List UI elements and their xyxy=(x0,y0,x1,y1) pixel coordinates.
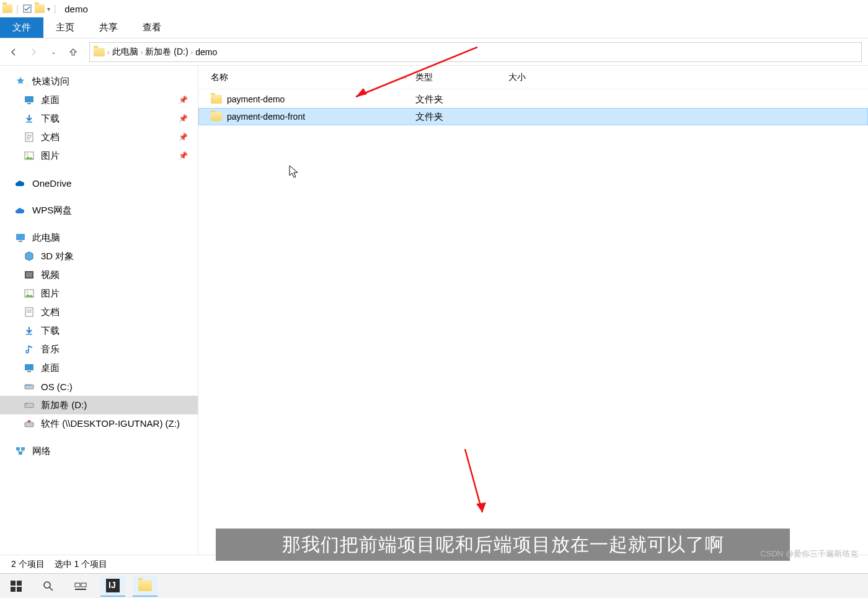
subtitle-caption: 那我们把前端项目呢和后端项目放在一起就可以了啊 xyxy=(216,529,790,561)
folder-icon xyxy=(2,4,12,14)
ribbon-tabs: 文件 主页 共享 查看 xyxy=(0,17,868,38)
tree-wps[interactable]: WPS网盘 xyxy=(0,201,198,220)
svg-rect-25 xyxy=(25,403,27,404)
svg-rect-27 xyxy=(16,447,20,450)
tree-documents[interactable]: 文档 📌 xyxy=(0,128,198,146)
crumb-this-pc[interactable]: 此电脑 xyxy=(112,47,138,58)
tree-drive-z[interactable]: 软件 (\\DESKTOP-IGUTNAR) (Z:) xyxy=(0,414,198,433)
breadcrumb-sep: › xyxy=(107,48,110,56)
tree-videos[interactable]: 视频 xyxy=(0,266,198,284)
status-items-count: 2 个项目 xyxy=(11,559,45,570)
file-list-area: 名称︿ 类型 大小 payment-demo 文件夹 payment-demo-… xyxy=(198,66,868,555)
svg-rect-26 xyxy=(25,422,33,427)
tree-network[interactable]: 网络 xyxy=(0,442,198,460)
up-button[interactable] xyxy=(66,45,81,60)
svg-rect-33 xyxy=(17,587,22,592)
navigation-tree: 快速访问 桌面 📌 下载 📌 文档 📌 图片 📌 OneDrive xyxy=(0,66,198,555)
folder-icon xyxy=(94,47,105,58)
svg-line-35 xyxy=(50,587,53,591)
video-icon xyxy=(24,269,35,280)
file-row[interactable]: payment-demo-front 文件夹 xyxy=(198,108,868,125)
tree-downloads-2[interactable]: 下载 xyxy=(0,321,198,340)
file-name: payment-demo xyxy=(227,94,285,104)
divider: | xyxy=(16,4,19,14)
svg-rect-11 xyxy=(19,241,22,242)
taskbar-intellij[interactable]: IJ xyxy=(100,576,125,597)
desktop-icon xyxy=(24,94,35,105)
file-row[interactable]: payment-demo 文件夹 xyxy=(198,91,868,108)
col-header-type[interactable]: 类型 xyxy=(415,72,508,83)
3d-icon xyxy=(24,251,35,262)
svg-rect-1 xyxy=(25,96,33,102)
tab-file[interactable]: 文件 xyxy=(0,17,43,38)
file-rows: payment-demo 文件夹 payment-demo-front 文件夹 xyxy=(198,89,868,125)
address-bar[interactable]: › 此电脑 › 新加卷 (D:) › demo xyxy=(89,42,862,62)
tree-documents-2[interactable]: 文档 xyxy=(0,303,198,321)
tab-share[interactable]: 共享 xyxy=(87,17,130,38)
sort-asc-icon: ︿ xyxy=(401,73,408,82)
tree-pictures-2[interactable]: 图片 xyxy=(0,284,198,303)
divider: | xyxy=(54,4,56,14)
tab-view[interactable]: 查看 xyxy=(130,17,174,38)
recent-dropdown[interactable]: ⌄ xyxy=(46,45,61,60)
onedrive-icon xyxy=(15,177,26,189)
svg-rect-20 xyxy=(25,364,33,370)
pin-icon: 📌 xyxy=(179,96,188,104)
crumb-drive[interactable]: 新加卷 (D:) xyxy=(145,47,188,58)
file-type: 文件夹 xyxy=(415,111,508,123)
folder-icon xyxy=(211,95,222,104)
star-icon xyxy=(15,76,26,87)
tab-home[interactable]: 主页 xyxy=(43,17,87,38)
download-icon xyxy=(24,325,35,336)
qat-dropdown[interactable]: ▾ xyxy=(47,6,50,12)
task-view-button[interactable] xyxy=(68,576,93,597)
svg-rect-38 xyxy=(75,589,86,590)
start-button[interactable] xyxy=(4,576,29,597)
tree-music[interactable]: 音乐 xyxy=(0,340,198,359)
svg-rect-23 xyxy=(25,385,31,386)
tree-onedrive[interactable]: OneDrive xyxy=(0,174,198,192)
network-icon xyxy=(15,445,26,457)
svg-rect-2 xyxy=(27,103,31,104)
svg-rect-32 xyxy=(11,587,16,592)
drive-icon xyxy=(24,381,35,392)
taskbar-explorer[interactable] xyxy=(133,576,157,597)
folder-icon xyxy=(211,112,222,121)
tree-drive-c[interactable]: OS (C:) xyxy=(0,377,198,396)
tree-desktop-2[interactable]: 桌面 xyxy=(0,359,198,377)
tree-drive-d[interactable]: 新加卷 (D:) xyxy=(0,396,198,414)
tree-quick-access[interactable]: 快速访问 xyxy=(0,72,198,91)
document-icon xyxy=(24,306,35,318)
tree-pictures[interactable]: 图片 📌 xyxy=(0,146,198,165)
svg-rect-31 xyxy=(17,581,22,586)
desktop-icon xyxy=(24,362,35,373)
tree-3d-objects[interactable]: 3D 对象 xyxy=(0,247,198,266)
taskbar: IJ xyxy=(0,573,868,598)
svg-text:IJ: IJ xyxy=(108,580,116,590)
file-name: payment-demo-front xyxy=(227,112,305,122)
folder-icon-2 xyxy=(35,4,45,14)
col-header-name[interactable]: 名称︿ xyxy=(211,72,415,83)
svg-rect-30 xyxy=(11,581,16,586)
forward-button[interactable] xyxy=(26,45,41,60)
search-button[interactable] xyxy=(36,576,61,597)
back-button[interactable] xyxy=(6,45,21,60)
breadcrumb-sep: › xyxy=(191,48,193,56)
col-header-size[interactable]: 大小 xyxy=(508,72,570,83)
svg-point-9 xyxy=(27,154,29,156)
picture-icon xyxy=(24,288,35,299)
checkbox-icon[interactable] xyxy=(22,4,32,14)
svg-rect-28 xyxy=(21,447,25,450)
svg-rect-19 xyxy=(26,334,32,335)
svg-rect-21 xyxy=(27,371,31,372)
crumb-folder[interactable]: demo xyxy=(195,47,217,57)
music-icon xyxy=(24,344,35,355)
tree-downloads[interactable]: 下载 📌 xyxy=(0,109,198,128)
status-selected-count: 选中 1 个项目 xyxy=(55,559,108,570)
tree-desktop[interactable]: 桌面 📌 xyxy=(0,91,198,109)
breadcrumb-sep: › xyxy=(141,48,143,56)
tree-this-pc[interactable]: 此电脑 xyxy=(0,228,198,247)
document-icon xyxy=(24,132,35,143)
download-icon xyxy=(24,113,35,124)
watermark: CSDN @爱你三千遍斯塔克 xyxy=(760,548,858,560)
